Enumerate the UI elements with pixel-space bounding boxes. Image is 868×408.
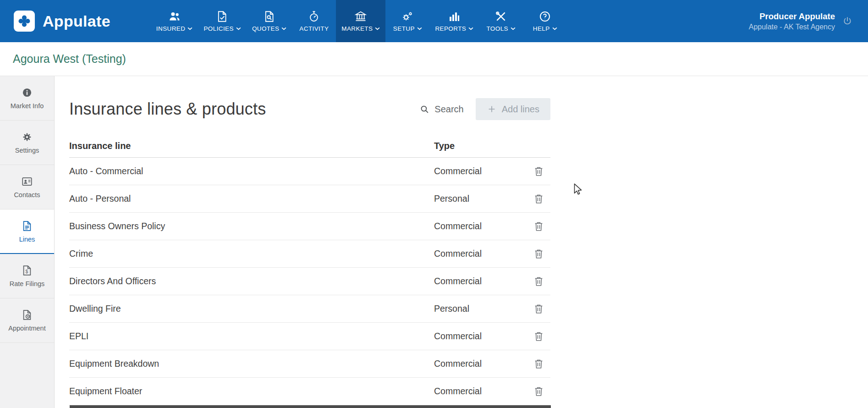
insurance-line-cell: Auto - Personal <box>69 193 434 204</box>
chevron-down-icon <box>281 27 286 30</box>
brand-name: Appulate <box>43 12 110 30</box>
svg-text:$: $ <box>25 269 28 274</box>
delete-line-button[interactable] <box>531 301 546 316</box>
table-row: Dwelling Fire Personal <box>69 295 550 323</box>
help-icon <box>538 10 551 23</box>
type-cell: Commercial <box>434 221 527 232</box>
type-cell: Personal <box>434 303 527 314</box>
topnav-item-activity[interactable]: ACTIVITY <box>292 0 336 42</box>
clipped-next-row <box>70 405 551 408</box>
search-button[interactable]: Search <box>420 104 463 115</box>
brand[interactable]: Appulate <box>0 0 110 42</box>
topnav-item-setup[interactable]: SETUP <box>385 0 429 42</box>
trash-icon <box>533 165 544 177</box>
bar-chart-icon <box>448 10 461 23</box>
document-dollar-icon: $ <box>21 265 33 276</box>
insurance-line-cell: Equipment Breakdown <box>69 358 434 369</box>
insurance-line-cell: Business Owners Policy <box>69 221 434 232</box>
insurance-line-cell: EPLI <box>69 331 434 342</box>
user-text: Producer Appulate Appulate - AK Test Age… <box>749 11 835 31</box>
trash-icon <box>533 386 544 397</box>
bank-icon <box>354 10 367 23</box>
topnav-item-reports[interactable]: REPORTS <box>429 0 479 42</box>
table-row: Equipment Breakdown Commercial <box>69 350 550 378</box>
sidebar-item-settings[interactable]: Settings <box>0 121 54 165</box>
topnav-items: INSURED POLICIES QUOTES ACTIVITY MARKETS… <box>151 0 567 42</box>
type-cell: Commercial <box>434 358 527 369</box>
insurance-line-cell: Auto - Commercial <box>69 166 434 176</box>
table-body: Auto - Commercial Commercial Auto - Pers… <box>69 158 550 405</box>
type-cell: Commercial <box>434 166 527 176</box>
delete-line-button[interactable] <box>531 384 546 399</box>
title-row: Insurance lines & products Search Add li… <box>69 97 550 121</box>
add-lines-button[interactable]: Add lines <box>476 98 550 120</box>
table-row: Crime Commercial <box>69 240 550 268</box>
delete-line-button[interactable] <box>531 274 546 289</box>
chevron-down-icon <box>417 27 422 30</box>
trash-icon <box>533 358 544 369</box>
sidebar: Market Info Settings Contacts Lines $ Ra… <box>0 76 55 408</box>
delete-line-button[interactable] <box>531 329 546 344</box>
document-lines-icon <box>21 220 33 232</box>
insurance-line-cell: Equipment Floater <box>69 386 434 397</box>
trash-icon <box>533 221 544 232</box>
type-cell: Commercial <box>434 331 527 342</box>
sidebar-item-contacts[interactable]: Contacts <box>0 165 54 210</box>
insurance-line-cell: Dwelling Fire <box>69 303 434 314</box>
add-lines-button-label: Add lines <box>502 104 539 115</box>
trash-icon <box>533 193 544 204</box>
chevron-down-icon <box>552 27 557 30</box>
delete-line-button[interactable] <box>531 219 546 234</box>
sidebar-item-rate-filings[interactable]: $ Rate Filings <box>0 254 54 298</box>
section-title: Insurance lines & products <box>69 99 266 119</box>
logout-power-icon[interactable] <box>842 16 852 26</box>
trash-icon <box>533 303 544 314</box>
delete-line-button[interactable] <box>531 246 546 261</box>
top-navigation-bar: Appulate INSURED POLICIES QUOTES ACTIVIT… <box>0 0 868 42</box>
sidebar-item-market-info[interactable]: Market Info <box>0 76 54 121</box>
user-name: Producer Appulate <box>749 11 835 22</box>
gear-icon <box>21 131 33 143</box>
document-clock-icon <box>21 309 33 321</box>
insurance-line-cell: Crime <box>69 248 434 259</box>
column-header-insurance-line: Insurance line <box>69 141 434 151</box>
sidebar-item-appointment[interactable]: Appointment <box>0 298 54 343</box>
topnav-item-policies[interactable]: POLICIES <box>198 0 246 42</box>
table-header-row: Insurance line Type <box>69 135 550 158</box>
insurance-line-cell: Directors And Officers <box>69 276 434 287</box>
table-row: Business Owners Policy Commercial <box>69 213 550 240</box>
table-row: EPLI Commercial <box>69 323 550 350</box>
gears-icon <box>401 10 414 23</box>
type-cell: Commercial <box>434 386 527 397</box>
search-button-label: Search <box>434 104 463 115</box>
chevron-down-icon <box>187 27 192 30</box>
trash-icon <box>533 248 544 259</box>
topnav-item-tools[interactable]: TOOLS <box>479 0 523 42</box>
topnav-item-markets[interactable]: MARKETS <box>336 0 385 42</box>
delete-line-button[interactable] <box>531 191 546 206</box>
actions: Search Add lines <box>420 98 550 120</box>
tools-icon <box>494 10 507 23</box>
type-cell: Commercial <box>434 276 527 287</box>
chevron-down-icon <box>468 27 473 30</box>
appulate-logo-icon <box>14 11 35 32</box>
chevron-down-icon <box>375 27 380 30</box>
search-icon <box>420 105 429 114</box>
trash-icon <box>533 331 544 342</box>
plus-icon <box>487 104 497 114</box>
delete-line-button[interactable] <box>531 164 546 179</box>
info-icon <box>21 87 33 99</box>
sidebar-item-lines[interactable]: Lines <box>0 210 54 254</box>
people-icon <box>168 10 181 23</box>
chevron-down-icon <box>511 27 516 30</box>
topnav-item-quotes[interactable]: QUOTES <box>247 0 292 42</box>
type-cell: Commercial <box>434 248 527 259</box>
topnav-item-help[interactable]: HELP <box>523 0 567 42</box>
topnav-item-insured[interactable]: INSURED <box>151 0 198 42</box>
column-header-type: Type <box>434 141 527 151</box>
delete-line-button[interactable] <box>531 356 546 371</box>
table-row: Auto - Personal Personal <box>69 185 550 213</box>
quote-document-icon <box>263 10 276 23</box>
user-info: Producer Appulate Appulate - AK Test Age… <box>749 0 868 42</box>
policy-document-icon <box>216 10 229 23</box>
